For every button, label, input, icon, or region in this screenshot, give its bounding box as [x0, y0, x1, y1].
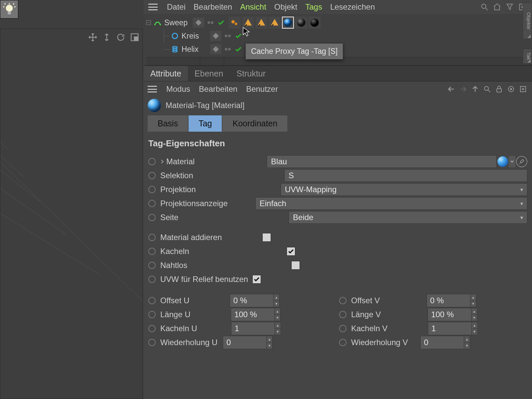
- wieder-v-input[interactable]: 0▲▼: [420, 336, 470, 349]
- prop-offset-u: Offset U. . . . . . 0 %▲▼: [148, 294, 336, 308]
- param-anim-icon[interactable]: [339, 325, 346, 332]
- param-anim-icon[interactable]: [148, 158, 156, 165]
- attr-menu-bearbeiten[interactable]: Bearbeiten: [199, 84, 237, 94]
- search-icon[interactable]: [482, 84, 492, 94]
- home-icon[interactable]: [492, 2, 502, 12]
- tree-row-sweep[interactable]: Sweep: [146, 16, 532, 29]
- wieder-u-input[interactable]: 0▲▼: [223, 336, 273, 349]
- laenge-u-input[interactable]: 100 %▲▼: [231, 308, 281, 321]
- menu-lesezeichen[interactable]: Lesezeichen: [330, 2, 375, 12]
- menu-objekt[interactable]: Objekt: [274, 2, 297, 12]
- target-icon[interactable]: [506, 84, 516, 94]
- menu-bearbeiten[interactable]: Bearbeiten: [194, 2, 232, 12]
- param-anim-icon[interactable]: [148, 186, 156, 193]
- projection-dropdown[interactable]: UVW-Mapping▾: [281, 183, 527, 196]
- material-swatch-icon[interactable]: [497, 156, 508, 167]
- visibility-dots-icon[interactable]: [221, 48, 234, 51]
- attr-menu-modus[interactable]: Modus: [166, 84, 190, 94]
- move-icon[interactable]: [87, 32, 98, 43]
- tag-cacheproxy-icon[interactable]: [255, 17, 267, 29]
- checkbox[interactable]: [262, 233, 271, 242]
- pan-vertical-icon[interactable]: [101, 32, 112, 43]
- tag-material-blue-icon[interactable]: [282, 17, 294, 29]
- layer-color-icon[interactable]: [210, 44, 221, 54]
- tree-collapse-icon[interactable]: [146, 20, 151, 25]
- prop-nahtlos: Nahtlos . . . . . . . . . . . . . . . .: [148, 258, 527, 272]
- svg-rect-8: [134, 37, 138, 41]
- attr-menu-benutzer[interactable]: Benutzer: [246, 84, 278, 94]
- param-anim-icon[interactable]: [148, 172, 156, 179]
- prop-label: Kacheln: [160, 247, 189, 256]
- enabled-check-icon[interactable]: [217, 19, 225, 26]
- tab-struktur[interactable]: Struktur: [230, 66, 272, 81]
- selection-field[interactable]: S: [284, 169, 527, 182]
- tree-row-kreis[interactable]: Kreis: [146, 29, 532, 43]
- hamburger-icon[interactable]: [148, 4, 158, 10]
- attribute-panel-tabs: Attribute Ebenen Struktur: [144, 66, 532, 81]
- search-icon[interactable]: [479, 2, 489, 12]
- checkbox[interactable]: [291, 261, 300, 270]
- menu-tags[interactable]: Tags: [305, 2, 322, 12]
- subtab-koordinaten[interactable]: Koordinaten: [222, 115, 287, 132]
- kacheln-v-input[interactable]: 1▲▼: [428, 322, 478, 335]
- new-window-icon[interactable]: [518, 84, 528, 94]
- subtab-basis[interactable]: Basis: [148, 115, 188, 132]
- menu-ansicht[interactable]: Ansicht: [240, 2, 266, 12]
- enabled-check-icon[interactable]: [235, 32, 242, 40]
- subtab-tag[interactable]: Tag: [189, 115, 222, 132]
- param-anim-icon[interactable]: [148, 339, 156, 346]
- tab-ebenen[interactable]: Ebenen: [188, 66, 230, 81]
- checkbox[interactable]: [252, 275, 261, 284]
- layer-color-icon[interactable]: [210, 31, 221, 41]
- prop-label: Kacheln V: [351, 324, 387, 333]
- param-anim-icon[interactable]: [339, 339, 346, 346]
- filter-icon[interactable]: [505, 2, 515, 12]
- param-anim-icon[interactable]: [148, 297, 156, 304]
- param-anim-icon[interactable]: [148, 311, 156, 318]
- tag-material-dark-icon[interactable]: [295, 17, 307, 29]
- layer-color-icon[interactable]: [193, 18, 204, 28]
- tag-material-black-icon[interactable]: [309, 17, 321, 29]
- param-anim-icon[interactable]: [148, 262, 156, 269]
- side-dropdown[interactable]: Beide▾: [289, 211, 527, 224]
- param-anim-icon[interactable]: [148, 276, 156, 283]
- prop-wiederholung-u: Wiederholung U 0▲▼: [148, 335, 336, 349]
- param-anim-icon[interactable]: [148, 234, 156, 241]
- enabled-check-icon[interactable]: [235, 46, 242, 53]
- nav-back-icon[interactable]: [446, 84, 456, 94]
- param-anim-icon[interactable]: [339, 311, 346, 318]
- visibility-dots-icon[interactable]: [221, 35, 234, 37]
- lock-icon[interactable]: [494, 84, 504, 94]
- viewport-panel[interactable]: [0, 29, 143, 399]
- hamburger-icon[interactable]: [148, 86, 157, 92]
- svg-line-11: [0, 189, 67, 235]
- prop-label: Material addieren: [160, 233, 222, 242]
- visibility-dots-icon[interactable]: [204, 21, 217, 24]
- param-anim-icon[interactable]: [148, 248, 156, 255]
- param-anim-icon[interactable]: [148, 325, 156, 332]
- svg-line-19: [485, 8, 488, 10]
- nav-up-icon[interactable]: [470, 84, 480, 94]
- viewport-toolbar: [87, 32, 140, 43]
- param-anim-icon[interactable]: [148, 200, 156, 207]
- laenge-v-input[interactable]: 100 %▲▼: [428, 308, 477, 321]
- offset-v-input[interactable]: 0 %▲▼: [427, 294, 476, 307]
- param-anim-icon[interactable]: [148, 214, 156, 221]
- checkbox[interactable]: [287, 247, 295, 256]
- menu-datei[interactable]: Datei: [167, 2, 186, 12]
- projection-display-dropdown[interactable]: Einfach▾: [255, 197, 527, 210]
- hint-lightbulb[interactable]: [0, 0, 18, 19]
- tag-dyn-icon[interactable]: [229, 17, 241, 29]
- rotate-icon[interactable]: [115, 32, 126, 43]
- chevron-right-icon[interactable]: [160, 160, 164, 164]
- tab-attribute[interactable]: Attribute: [144, 66, 188, 81]
- material-field[interactable]: Blau: [267, 155, 497, 168]
- prop-label: Nahtlos: [160, 261, 187, 270]
- picker-icon[interactable]: [516, 156, 527, 167]
- maximize-icon[interactable]: [129, 32, 140, 43]
- kacheln-u-input[interactable]: 1▲▼: [231, 322, 281, 335]
- tag-cacheproxy-icon[interactable]: [269, 17, 281, 29]
- param-anim-icon[interactable]: [339, 297, 346, 304]
- chevron-down-icon[interactable]: [509, 156, 515, 167]
- offset-u-input[interactable]: 0 %▲▼: [230, 294, 280, 307]
